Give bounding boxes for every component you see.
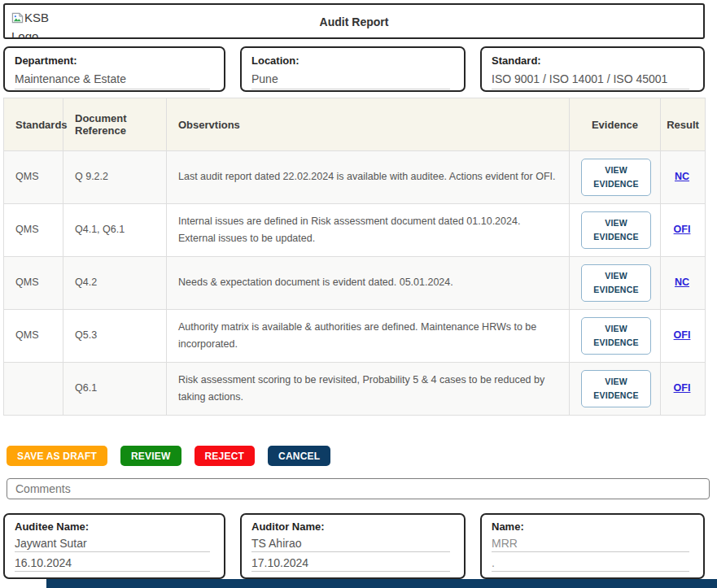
table-row: QMS Q4.2 Needs & expectation document is… <box>4 257 706 310</box>
doc-ref-cell: Q5.3 <box>63 310 167 363</box>
doc-ref-cell: Q6.1 <box>63 363 167 416</box>
table-header-row: Standards Document Reference Observtions… <box>4 98 706 151</box>
name-field[interactable]: MRR <box>492 537 689 552</box>
standard-cell: QMS <box>4 310 63 363</box>
department-field[interactable]: Maintenance & Estate <box>15 72 210 89</box>
result-link[interactable]: OFI <box>674 224 691 235</box>
info-fields-row: Department: Maintenance & Estate Locatio… <box>3 46 714 92</box>
table-row: QMS Q 9.2.2 Last audit report dated 22.0… <box>4 151 706 204</box>
audit-report-page: KSB Logo Audit Report Department: Mainte… <box>0 3 717 579</box>
doc-ref-cell: Q4.1, Q6.1 <box>63 204 167 257</box>
col-header-result: Result <box>661 98 706 151</box>
result-link[interactable]: OFI <box>674 329 691 341</box>
signatures-row: Auditee Name: Jaywant Sutar 16.10.2024 A… <box>3 513 714 579</box>
table-row: Q6.1 Risk assessment scoring to be revis… <box>4 363 706 416</box>
col-header-document-reference: Document Reference <box>63 98 167 151</box>
auditee-date-field[interactable]: 16.10.2024 <box>15 556 210 572</box>
save-as-draft-button[interactable]: SAVE AS DRAFT <box>7 446 107 466</box>
standard-box: Standard: ISO 9001 / ISO 14001 / ISO 450… <box>480 46 705 92</box>
view-evidence-button[interactable]: VIEW EVIDENCE <box>581 370 651 407</box>
auditee-name-label: Auditee Name: <box>15 520 214 533</box>
view-evidence-button[interactable]: VIEW EVIDENCE <box>581 317 651 355</box>
observations-table: Standards Document Reference Observtions… <box>3 98 706 416</box>
standard-cell <box>4 363 63 416</box>
comments-input[interactable] <box>7 478 710 499</box>
observation-cell: Internal issues are defined in Risk asse… <box>167 204 570 257</box>
auditor-name-label: Auditor Name: <box>251 520 454 533</box>
result-link[interactable]: OFI <box>674 382 691 394</box>
name-date-field[interactable]: . <box>492 556 689 572</box>
location-box: Location: Pune <box>240 46 466 92</box>
footer-bar <box>46 579 717 588</box>
department-box: Department: Maintenance & Estate <box>3 46 225 92</box>
doc-ref-cell: Q4.2 <box>63 257 167 310</box>
location-label: Location: <box>251 54 454 67</box>
action-buttons-row: SAVE AS DRAFT REVIEW REJECT CANCEL <box>7 446 717 466</box>
auditee-name-field[interactable]: Jaywant Sutar <box>15 537 210 552</box>
view-evidence-button[interactable]: VIEW EVIDENCE <box>581 211 651 249</box>
reject-button[interactable]: REJECT <box>195 446 256 466</box>
observation-cell: Needs & expectation document is evident … <box>167 257 570 310</box>
observation-cell: Authority matrix is available & authorit… <box>167 310 570 363</box>
report-header: KSB Logo Audit Report <box>3 3 705 39</box>
view-evidence-button[interactable]: VIEW EVIDENCE <box>581 264 651 302</box>
view-evidence-button[interactable]: VIEW EVIDENCE <box>581 159 651 196</box>
department-label: Department: <box>15 54 214 67</box>
cancel-button[interactable]: CANCEL <box>268 446 330 466</box>
result-link[interactable]: NC <box>675 171 689 182</box>
standard-cell: QMS <box>4 151 63 204</box>
standard-cell: QMS <box>4 204 63 257</box>
col-header-evidence: Evidence <box>570 98 661 151</box>
result-link[interactable]: NC <box>675 277 689 288</box>
observation-cell: Last audit report dated 22.02.2024 is av… <box>167 151 570 204</box>
col-header-standards: Standards <box>4 98 63 151</box>
location-field[interactable]: Pune <box>251 72 450 89</box>
standard-label: Standard: <box>492 54 693 67</box>
col-header-observations: Observtions <box>167 98 570 151</box>
auditor-date-field[interactable]: 17.10.2024 <box>251 556 450 572</box>
doc-ref-cell: Q 9.2.2 <box>63 151 167 204</box>
standard-cell: QMS <box>4 257 63 310</box>
review-button[interactable]: REVIEW <box>120 446 181 466</box>
table-row: QMS Q5.3 Authority matrix is available &… <box>4 310 706 363</box>
standard-field[interactable]: ISO 9001 / ISO 14001 / ISO 45001 <box>492 72 689 89</box>
name-label: Name: <box>492 520 693 533</box>
auditor-name-field[interactable]: TS Ahirao <box>251 537 450 552</box>
auditee-box: Auditee Name: Jaywant Sutar 16.10.2024 <box>3 513 225 579</box>
mrr-box: Name: MRR . <box>480 513 705 579</box>
auditor-box: Auditor Name: TS Ahirao 17.10.2024 <box>240 513 466 579</box>
table-row: QMS Q4.1, Q6.1 Internal issues are defin… <box>4 204 706 257</box>
observation-cell: Risk assessment scoring to be revisited,… <box>167 363 570 416</box>
page-title: Audit Report <box>5 15 703 28</box>
